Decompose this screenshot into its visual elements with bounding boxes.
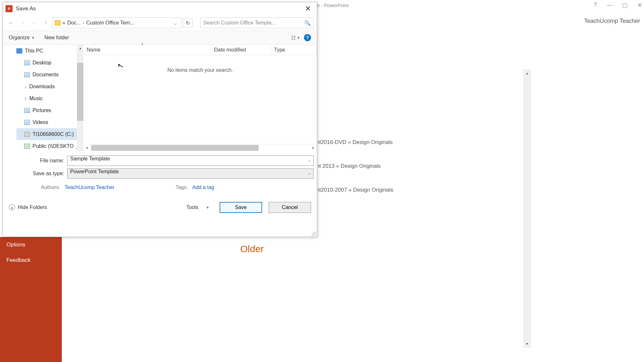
dialog-close-button[interactable]: ✕ xyxy=(301,2,314,15)
pp-sidebar: Options Feedback xyxy=(0,237,62,362)
save-as-dialog: P Save As ✕ ← → ⌵ ↑ « Doc... › Custom Of… xyxy=(3,2,317,237)
download-icon: ↓ xyxy=(24,84,27,90)
dropdown-icon: ▼ xyxy=(206,206,209,209)
scroll-right-icon[interactable]: ▸ xyxy=(310,144,317,151)
new-folder-button[interactable]: New folder xyxy=(44,35,69,41)
pp-close-icon[interactable]: ✕ xyxy=(637,2,642,9)
tree-node-pictures[interactable]: Pictures xyxy=(16,104,83,116)
breadcrumb-seg[interactable]: Doc... xyxy=(67,20,81,26)
tree-label: Music xyxy=(29,96,43,101)
dialog-title: Save As xyxy=(16,5,36,12)
authors-value[interactable]: TeachUcomp Teacher xyxy=(65,185,114,190)
tree-node-drive-c[interactable]: TI10658600C (C:) xyxy=(16,128,83,140)
filename-value: Sample Template xyxy=(70,156,110,161)
tree-label: Pictures xyxy=(33,108,51,113)
file-list: Name ▴ Date modified Type No items match… xyxy=(83,45,317,151)
recent-item[interactable]: rPoint 2013 » Design Originals xyxy=(307,162,393,170)
column-type[interactable]: Type xyxy=(271,45,317,55)
scrollbar-thumb[interactable] xyxy=(91,145,259,151)
pp-user-label[interactable]: TeachUcomp Teacher xyxy=(584,18,640,24)
sort-ascending-icon: ▴ xyxy=(141,42,143,46)
tags-label: Tags: xyxy=(175,185,188,190)
powerpoint-app-icon: P xyxy=(5,5,13,12)
breadcrumb-sep: « xyxy=(62,20,65,26)
history-dropdown-icon[interactable]: ⌵ xyxy=(29,18,39,28)
tree-label: TI10658600C (C:) xyxy=(33,131,74,137)
folder-tree[interactable]: This PC Desktop Documents ↓Downloads ♪Mu… xyxy=(3,45,83,151)
tools-button[interactable]: Tools ▼ xyxy=(183,203,213,212)
dropdown-icon: ▼ xyxy=(297,36,300,40)
cancel-button[interactable]: Cancel xyxy=(269,202,311,213)
organize-label: Organize xyxy=(9,35,30,41)
breadcrumb-seg[interactable]: Custom Office Tem... xyxy=(86,20,134,26)
sidebar-item-feedback[interactable]: Feedback xyxy=(0,252,62,268)
tree-label: Documents xyxy=(33,72,59,78)
older-heading: Older xyxy=(240,243,264,254)
pp-help-icon[interactable]: ? xyxy=(594,2,597,9)
tree-node-desktop[interactable]: Desktop xyxy=(16,57,83,69)
search-input[interactable]: Search Custom Office Templa... 🔍 xyxy=(200,17,314,28)
dropdown-icon: ▼ xyxy=(32,36,35,40)
chevron-up-icon: ▴ xyxy=(9,204,15,211)
chevron-right-icon: › xyxy=(83,20,84,26)
savetype-value: PowerPoint Template xyxy=(70,169,119,174)
savetype-dropdown[interactable]: PowerPoint Template xyxy=(67,168,314,179)
tree-label: Desktop xyxy=(33,60,52,66)
savetype-label: Save as type: xyxy=(6,171,67,176)
file-list-hscroll[interactable]: ◂ ▸ xyxy=(83,144,317,151)
hide-folders-label: Hide Folders xyxy=(18,205,47,210)
scroll-down-icon[interactable]: ▼ xyxy=(524,340,530,347)
forward-button[interactable]: → xyxy=(18,18,27,28)
filename-input[interactable]: Sample Template xyxy=(67,156,314,166)
scroll-left-icon[interactable]: ◂ xyxy=(83,144,90,151)
pp-minimize-icon[interactable]: — xyxy=(607,2,612,9)
search-placeholder: Search Custom Office Templa... xyxy=(203,20,276,26)
tools-label: Tools xyxy=(186,205,198,210)
sidebar-item-options[interactable]: Options xyxy=(0,237,62,252)
hide-folders-button[interactable]: ▴ Hide Folders xyxy=(9,204,47,211)
save-button[interactable]: Save xyxy=(220,202,262,213)
file-list-header: Name ▴ Date modified Type xyxy=(83,45,317,55)
scroll-up-icon[interactable]: ▲ xyxy=(524,70,530,76)
tree-node-videos[interactable]: Videos xyxy=(16,116,83,128)
breadcrumb[interactable]: « Doc... › Custom Office Tem... ⌵ xyxy=(52,17,181,28)
scrollbar-thumb[interactable] xyxy=(77,63,83,121)
list-view-icon: ☷ xyxy=(291,35,296,41)
pp-maximize-icon[interactable]: ▢ xyxy=(622,2,628,9)
tags-add-link[interactable]: Add a tag xyxy=(192,185,214,190)
tree-node-documents[interactable]: Documents xyxy=(16,69,83,81)
column-label: Name xyxy=(87,47,100,53)
view-options-button[interactable]: ☷ ▼ xyxy=(291,35,300,41)
breadcrumb-dropdown-icon[interactable]: ⌵ xyxy=(172,20,179,26)
column-name[interactable]: Name ▴ xyxy=(83,45,211,55)
recent-item[interactable]: rPoint2016-DVD » Design Originals xyxy=(307,138,393,146)
pp-scrollbar[interactable]: ▲ ▼ xyxy=(524,70,531,347)
filename-label: File name: xyxy=(6,158,67,164)
pp-recent-list: rPoint2016-DVD » Design Originals rPoint… xyxy=(307,138,393,210)
dialog-fields: File name: Sample Template Save as type:… xyxy=(3,151,317,193)
folder-icon xyxy=(55,20,61,25)
tree-label: Public (\\DESKTO xyxy=(33,143,74,149)
tree-label: Videos xyxy=(33,119,48,125)
resize-grip-icon[interactable] xyxy=(312,232,316,236)
back-button[interactable]: ← xyxy=(6,18,16,28)
organize-button[interactable]: Organize ▼ xyxy=(9,35,35,41)
recent-item[interactable]: rPoint2010-2007 » Design Originals xyxy=(307,186,393,194)
help-icon[interactable]: ? xyxy=(304,34,311,41)
search-icon[interactable]: 🔍 xyxy=(304,20,311,26)
tree-node-thispc[interactable]: This PC xyxy=(16,45,83,57)
dialog-body: This PC Desktop Documents ↓Downloads ♪Mu… xyxy=(3,45,317,151)
tree-node-music[interactable]: ♪Music xyxy=(16,92,83,104)
up-button[interactable]: ↑ xyxy=(41,18,51,28)
tree-node-downloads[interactable]: ↓Downloads xyxy=(16,81,83,92)
tree-scrollbar[interactable]: ▴ xyxy=(77,45,83,151)
dialog-nav-row: ← → ⌵ ↑ « Doc... › Custom Office Tem... … xyxy=(3,15,317,31)
dialog-toolbar: Organize ▼ New folder ☷ ▼ ? xyxy=(3,31,317,45)
refresh-button[interactable]: ↻ xyxy=(183,18,193,28)
column-date[interactable]: Date modified xyxy=(211,45,271,55)
dialog-footer: ▴ Hide Folders Tools ▼ Save Cancel xyxy=(3,193,317,217)
authors-label: Authors: xyxy=(41,185,60,190)
tree-label: Downloads xyxy=(29,84,55,90)
scroll-up-icon[interactable]: ▴ xyxy=(77,45,83,51)
tree-node-public[interactable]: Public (\\DESKTO⌵ xyxy=(16,140,83,152)
